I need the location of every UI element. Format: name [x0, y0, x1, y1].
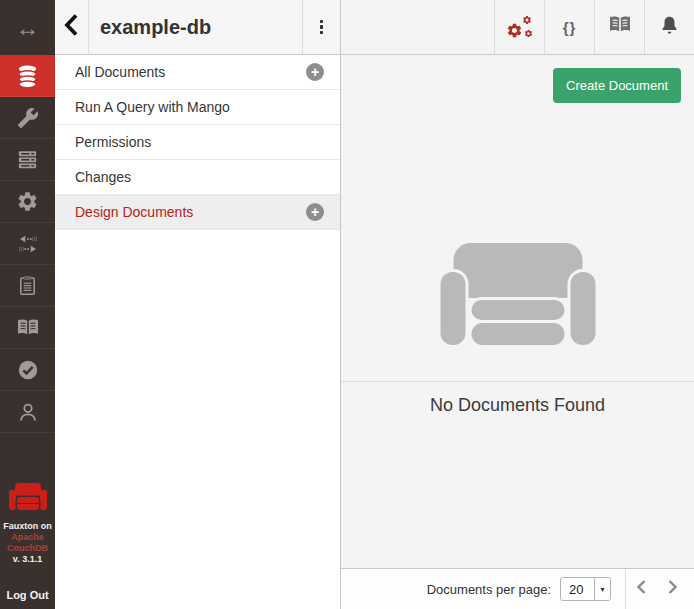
empty-state-divider	[341, 381, 694, 382]
database-panel-header: example-db	[55, 0, 340, 55]
per-page-label: Documents per page:	[427, 582, 551, 597]
select-caret-icon: ▾	[594, 578, 610, 600]
clipboard-icon	[16, 274, 39, 297]
database-icon	[15, 63, 40, 89]
menu-item-design-documents[interactable]: Design Documents +	[55, 195, 340, 230]
sidebar-item-setup[interactable]	[0, 97, 55, 139]
apache-link[interactable]: Apache	[3, 532, 52, 543]
sidebar-item-active-tasks[interactable]	[0, 139, 55, 181]
kebab-dot-icon	[320, 20, 323, 23]
menu-item-all-documents[interactable]: All Documents +	[55, 55, 340, 90]
sidebar-item-account[interactable]	[0, 391, 55, 433]
wrench-icon	[17, 107, 39, 129]
documentation-button[interactable]	[594, 0, 644, 54]
docs-per-page-value: 20	[561, 578, 594, 600]
couch-shape	[40, 490, 47, 510]
couch-shape	[471, 300, 564, 320]
add-icon[interactable]: +	[306, 63, 324, 81]
sidebar-item-replication[interactable]	[0, 223, 55, 265]
previous-page-button[interactable]	[626, 569, 657, 609]
server-list-icon	[16, 148, 39, 171]
couch-shape	[471, 323, 564, 345]
empty-couch-illustration	[440, 243, 595, 345]
couchdb-link[interactable]: CouchDB	[3, 543, 52, 554]
couch-shape	[17, 503, 39, 505]
sidebar-footer: Fauxton on Apache CouchDB v. 3.1.1 Log O…	[0, 483, 55, 609]
back-button[interactable]	[55, 0, 88, 54]
docs-per-page-select[interactable]: 20 ▾	[560, 577, 611, 601]
sidebar-item-documentation[interactable]	[0, 307, 55, 349]
double-arrow-icon: ↔	[16, 14, 40, 42]
bell-icon	[658, 14, 681, 41]
couch-shape	[440, 272, 465, 345]
kebab-dot-icon	[320, 31, 323, 34]
user-icon	[16, 400, 40, 424]
menu-item-label: Design Documents	[75, 204, 193, 220]
sidebar-item-verify[interactable]	[0, 349, 55, 391]
api-url-button[interactable]: {}	[544, 0, 594, 54]
replication-arrows-icon	[16, 232, 40, 256]
menu-item-label: All Documents	[75, 64, 165, 80]
main-content: {}	[341, 0, 694, 609]
menu-item-changes[interactable]: Changes	[55, 160, 340, 195]
braces-icon: {}	[563, 19, 577, 36]
gear-icon	[16, 190, 39, 213]
main-header: {}	[341, 0, 694, 55]
version-label: v. 3.1.1	[13, 554, 42, 564]
fauxton-app: ↔	[0, 0, 694, 609]
sidebar-nav	[0, 55, 55, 433]
open-book-icon	[16, 316, 40, 340]
brand-line1: Fauxton on	[3, 521, 52, 531]
logout-link[interactable]: Log Out	[6, 589, 48, 601]
admin-settings-button[interactable]	[494, 0, 544, 54]
database-title: example-db	[88, 0, 302, 54]
pagination-footer: Documents per page: 20 ▾	[341, 568, 694, 609]
couch-shape	[15, 483, 41, 496]
chevron-left-icon	[62, 12, 81, 42]
menu-item-label: Permissions	[75, 134, 151, 150]
couchdb-logo-icon[interactable]	[9, 483, 47, 510]
sidebar-expand-button[interactable]: ↔	[0, 0, 55, 55]
chevron-left-icon	[635, 578, 648, 600]
database-menu: All Documents + Run A Query with Mango P…	[55, 55, 340, 230]
kebab-menu-button[interactable]	[302, 0, 340, 54]
menu-item-permissions[interactable]: Permissions	[55, 125, 340, 160]
documents-empty-state: Create Document No Documents Found	[341, 55, 694, 568]
couch-shape	[9, 490, 16, 510]
notifications-button[interactable]	[644, 0, 694, 54]
menu-item-label: Run A Query with Mango	[75, 99, 230, 115]
couch-shape	[453, 243, 582, 298]
create-document-button[interactable]: Create Document	[553, 68, 681, 103]
empty-state-message: No Documents Found	[341, 395, 694, 416]
sidebar-item-clipboard[interactable]	[0, 265, 55, 307]
add-icon[interactable]: +	[306, 203, 324, 221]
open-book-icon	[608, 13, 632, 41]
gears-icon	[506, 15, 533, 39]
menu-item-mango-query[interactable]: Run A Query with Mango	[55, 90, 340, 125]
sidebar-item-configuration[interactable]	[0, 181, 55, 223]
chevron-right-icon	[666, 578, 679, 600]
kebab-dot-icon	[320, 25, 323, 28]
next-page-button[interactable]	[657, 569, 688, 609]
brand-text: Fauxton on Apache CouchDB v. 3.1.1	[3, 521, 52, 565]
check-circle-icon	[16, 358, 40, 382]
couch-shape	[570, 272, 595, 345]
sidebar: ↔	[0, 0, 55, 609]
menu-item-label: Changes	[75, 169, 131, 185]
sidebar-item-databases[interactable]	[0, 55, 55, 97]
database-panel: example-db All Documents + Run A Query w…	[55, 0, 341, 609]
